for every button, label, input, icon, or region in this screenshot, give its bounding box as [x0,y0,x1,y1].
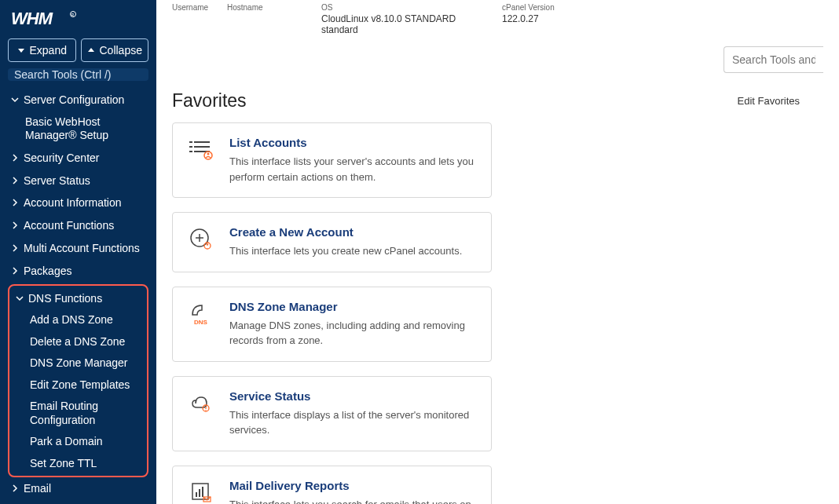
sidebar-item-server-configuration[interactable]: Server Configuration [8,89,148,111]
sidebar-nav: Server Configuration Basic WebHost Manag… [8,89,148,504]
sidebar-item-label: Account Information [24,196,148,210]
favorite-card-create-account[interactable]: Create a New Account This interface lets… [172,212,492,272]
sidebar-toggle-row: Expand Collapse [8,38,148,62]
favorite-card-mail-delivery-reports[interactable]: Mail Delivery Reports This interface let… [172,466,492,505]
favorite-card-dns-zone-manager[interactable]: DNS DNS Zone Manager Manage DNS zones, i… [172,287,492,362]
sidebar-item-account-functions[interactable]: Account Functions [8,214,148,237]
svg-rect-7 [189,151,192,152]
sidebar-subitem-dns-zone-manager[interactable]: DNS Zone Manager [30,352,144,374]
expand-label: Expand [30,44,67,57]
sidebar-subitem-label: Edit Zone Templates [30,378,130,391]
collapse-button[interactable]: Collapse [81,38,149,62]
favorites-header: Favorites Edit Favorites [172,90,823,111]
sidebar-subitem-email-routing-configuration[interactable]: Email Routing Configuration [30,396,144,431]
svg-text:DNS: DNS [194,319,208,326]
sidebar-item-packages[interactable]: Packages [8,260,148,283]
meta-value-os: CloudLinux v8.10.0 STANDARD standard [321,13,486,35]
meta-value-hostname [227,13,306,35]
sidebar-subitem-basic-webhost-manager-setup[interactable]: Basic WebHost Manager® Setup [25,111,148,147]
card-title[interactable]: Mail Delivery Reports [229,479,477,492]
sidebar-item-label: Security Center [24,152,148,165]
svg-rect-23 [202,487,203,497]
sidebar-item-label: Email [24,482,148,495]
card-title[interactable]: DNS Zone Manager [229,300,477,313]
sidebar-item-label: Packages [24,265,148,278]
sidebar-item-server-status[interactable]: Server Status [8,170,148,192]
card-desc: This interface lets you search for email… [229,497,477,505]
chevron-right-icon [11,219,24,232]
card-title[interactable]: List Accounts [229,136,477,149]
sidebar-group-dns-functions-highlighted: DNS Functions Add a DNS Zone Delete a DN… [8,284,148,478]
topbar: Username Hostname OS cPanel Version Clou… [156,0,839,90]
sidebar-subitem-label: Park a Domain [30,435,103,447]
main-search-input[interactable] [724,46,823,73]
sidebar-subitem-add-dns-zone[interactable]: Add a DNS Zone [30,309,144,331]
svg-rect-6 [194,146,210,148]
svg-point-15 [207,243,208,245]
sidebar-item-account-information[interactable]: Account Information [8,192,148,214]
svg-rect-5 [189,146,192,148]
svg-rect-22 [199,489,200,497]
svg-text:R: R [71,13,75,17]
sidebar-item-multi-account-functions[interactable]: Multi Account Functions [8,237,148,260]
meta-label-hostname: Hostname [227,3,306,12]
card-desc: Manage DNS zones, including adding and r… [229,318,477,349]
chevron-down-icon [16,292,28,305]
expand-button[interactable]: Expand [8,38,76,62]
favorites-title: Favorites [172,90,247,111]
chevron-right-icon [11,174,24,188]
sidebar-item-dns-functions[interactable]: DNS Functions [13,287,144,310]
sidebar-subitem-delete-dns-zone[interactable]: Delete a DNS Zone [30,331,144,353]
sidebar-subitem-set-zone-ttl[interactable]: Set Zone TTL [30,453,144,475]
svg-point-10 [207,153,210,155]
main-search-row [172,35,823,86]
sidebar-subitem-label: Add a DNS Zone [30,313,113,326]
sidebar-item-cpanel[interactable]: cPanel [8,500,148,504]
content: Favorites Edit Favorites List Accounts T… [156,90,839,504]
sidebar-search-input[interactable] [8,68,148,81]
chevron-right-icon [11,265,24,278]
meta-value-cpanel-version: 122.0.27 [502,13,596,35]
chevron-right-icon [11,196,24,210]
chevron-right-icon [11,152,24,165]
card-title[interactable]: Create a New Account [229,225,477,239]
edit-favorites-link[interactable]: Edit Favorites [738,95,823,107]
sidebar-subitem-label: DNS Zone Manager [30,356,128,369]
sidebar-subitem-label: Email Routing Configuration [30,400,98,426]
sidebar-item-label: Server Configuration [24,93,148,107]
meta-labels: Username Hostname OS cPanel Version [172,3,823,12]
card-desc: This interface lets you create new cPane… [229,243,477,259]
dns-zone-manager-icon: DNS [187,300,215,328]
list-accounts-icon [187,136,215,164]
main: Username Hostname OS cPanel Version Clou… [156,0,839,504]
card-desc: This interface lists your server's accou… [229,154,477,184]
collapse-icon [87,46,95,54]
favorite-card-service-status[interactable]: Service Status This interface displays a… [172,376,492,451]
collapse-label: Collapse [100,44,142,57]
expand-icon [17,46,25,54]
chevron-right-icon [11,242,24,255]
sidebar-subitem-label: Basic WebHost Manager® Setup [25,115,108,142]
card-desc: This interface displays a list of the se… [229,407,477,438]
sidebar-item-label: Server Status [24,174,148,188]
whm-logo: WHM R [11,9,148,31]
sidebar-subitem-label: Set Zone TTL [30,457,97,469]
sidebar-item-label: Multi Account Functions [24,242,148,255]
mail-reports-icon [187,479,215,505]
favorites-grid: List Accounts This interface lists your … [172,122,823,504]
meta-label-username: Username [172,3,211,12]
chevron-right-icon [11,482,24,495]
sidebar-item-email[interactable]: Email [8,477,148,500]
chevron-down-icon [11,93,24,107]
svg-text:WHM: WHM [11,9,53,28]
favorite-card-list-accounts[interactable]: List Accounts This interface lists your … [172,122,492,198]
sidebar-item-label: DNS Functions [28,292,144,305]
sidebar-item-security-center[interactable]: Security Center [8,147,148,170]
create-account-icon [187,225,215,254]
sidebar-subitem-label: Delete a DNS Zone [30,335,125,348]
meta-values: CloudLinux v8.10.0 STANDARD standard 122… [172,13,823,35]
sidebar-subitem-park-a-domain[interactable]: Park a Domain [30,431,144,453]
svg-rect-3 [189,141,192,143]
card-title[interactable]: Service Status [229,389,477,403]
sidebar-subitem-edit-zone-templates[interactable]: Edit Zone Templates [30,374,144,396]
